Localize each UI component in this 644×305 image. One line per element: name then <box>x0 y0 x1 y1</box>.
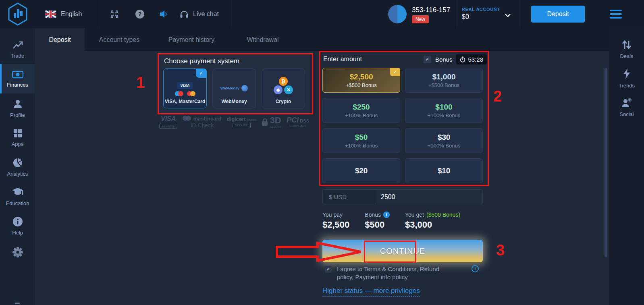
payment-method-visa-mastercard[interactable]: ✓ VISA VISA, MasterCard <box>163 68 207 108</box>
lightning-icon <box>622 68 631 79</box>
ethereum-icon: ◆ <box>274 85 283 94</box>
visa-logo: VISA <box>177 82 193 89</box>
trade-icon <box>12 40 23 50</box>
amount-option-1000[interactable]: $1,000 +$500 Bonus <box>405 68 483 93</box>
help-button[interactable]: ? <box>135 0 144 28</box>
deposit-page: Choose payment system ✓ VISA VISA, Maste… <box>35 51 609 305</box>
amount-option-50[interactable]: $50 +100% Bonus <box>322 128 400 153</box>
amount-input[interactable] <box>375 190 482 204</box>
stopwatch-icon <box>460 56 465 62</box>
sidebar-item-analytics[interactable]: Analytics <box>0 152 35 182</box>
new-badge: New <box>412 15 429 23</box>
avatar[interactable] <box>388 5 407 23</box>
education-icon <box>12 187 24 197</box>
tab-deposit[interactable]: Deposit <box>35 28 85 51</box>
sidebar-item-trends[interactable]: Trends <box>619 68 635 89</box>
headset-icon <box>179 9 189 19</box>
live-chat-label: Live chat <box>193 10 219 18</box>
amount-input-row: $ USD <box>322 189 483 204</box>
profile-icon <box>12 99 23 109</box>
mastercard-idcheck-badge: mastercard ID Check <box>183 116 221 129</box>
language-selector[interactable]: English <box>45 0 82 28</box>
analytics-icon <box>12 158 23 168</box>
3d-secure-badge: 3DSECURE <box>262 116 281 128</box>
info-icon <box>12 216 23 227</box>
sidebar-item-social[interactable]: Social <box>619 98 634 117</box>
bonus-info-icon[interactable]: i <box>383 212 390 218</box>
payment-method-label: VISA, MasterCard <box>165 99 206 104</box>
payment-method-webmoney[interactable]: WebMoney WebMoney <box>212 68 256 108</box>
left-sidebar: Trade Finances Profile Apps Analytics Ed… <box>0 28 35 305</box>
webmoney-logo: WebMoney <box>220 86 239 90</box>
digicert-badge: digicertTrusted SECURE <box>227 116 256 128</box>
language-label: English <box>61 10 82 18</box>
crypto-coins-icon: ₿ ◆ ✕ <box>272 77 294 95</box>
amount-option-30[interactable]: $30 +100% Bonus <box>405 128 483 153</box>
card-circles-icon <box>175 91 195 96</box>
account-switcher[interactable] <box>505 12 511 19</box>
bonus-checkbox[interactable]: ✓ <box>424 56 431 63</box>
sidebar-item-profile[interactable]: Profile <box>0 93 35 123</box>
add-user-icon <box>621 98 632 108</box>
you-get: You get($500 Bonus) $3,000 <box>405 212 460 230</box>
sidebar-item-apps[interactable]: Apps <box>0 123 35 152</box>
divider <box>230 0 230 28</box>
account-balance: $0 <box>462 13 469 21</box>
menu-button[interactable] <box>610 10 622 19</box>
payment-system-title: Choose payment system <box>164 57 308 65</box>
terms-info-icon[interactable]: i <box>472 265 479 272</box>
sidebar-item-finances[interactable]: Finances <box>0 64 35 93</box>
sound-toggle[interactable] <box>159 0 169 28</box>
lock-icon <box>262 118 268 126</box>
settings-button[interactable] <box>0 241 35 264</box>
brand-logo-icon[interactable] <box>6 2 29 26</box>
sidebar-item-help[interactable]: Help <box>0 211 35 241</box>
tab-payment-history[interactable]: Payment history <box>154 28 229 51</box>
tab-withdrawal[interactable]: Withdrawal <box>229 28 297 51</box>
fullscreen-button[interactable] <box>110 0 119 28</box>
chevron-down-icon <box>505 13 511 17</box>
payment-method-crypto[interactable]: ₿ ◆ ✕ Crypto <box>262 68 305 108</box>
terms-checkbox[interactable]: ✓ <box>325 266 332 273</box>
check-icon: ✓ <box>326 267 330 272</box>
live-chat-button[interactable]: Live chat <box>179 0 219 28</box>
finance-tabs: Deposit Account types Payment history Wi… <box>35 28 609 51</box>
visa-secure-badge: VISA SECURE <box>159 116 177 129</box>
deals-icon <box>621 39 632 50</box>
payment-method-label: Crypto <box>276 99 291 104</box>
bonus-label: Bonus <box>435 56 453 63</box>
amount-option-250[interactable]: $250 +100% Bonus <box>322 98 400 123</box>
sidebar-item-education[interactable]: Education <box>0 182 35 211</box>
apps-icon <box>13 129 23 138</box>
currency-label: $ USD <box>323 190 375 204</box>
payment-system-section: Choose payment system ✓ VISA VISA, Maste… <box>158 53 314 114</box>
webmoney-globe-icon <box>241 85 248 91</box>
enter-amount-section: Enter amount ✓ Bonus 53:28 ✓ $2,500 +$50… <box>320 51 489 186</box>
sidebar-item-deals[interactable]: Deals <box>620 39 633 59</box>
scrollbar-thumb[interactable] <box>605 68 607 257</box>
bitcoin-icon: ₿ <box>279 77 288 86</box>
higher-status-link[interactable]: Higher status — more privileges <box>322 287 420 297</box>
check-icon: ✓ <box>425 56 429 62</box>
account-id: 353-116-157 <box>412 6 450 14</box>
right-sidebar: Deals Trends Social <box>609 28 644 305</box>
amount-option-20[interactable]: $20 <box>322 158 400 183</box>
tab-account-types[interactable]: Account types <box>85 28 154 51</box>
divider <box>455 0 456 28</box>
amount-option-2500[interactable]: ✓ $2,500 +$500 Bonus <box>322 68 400 93</box>
amount-options: ✓ $2,500 +$500 Bonus $1,000 +$500 Bonus … <box>322 68 487 183</box>
sidebar-item-trade[interactable]: Trade <box>0 35 35 64</box>
amount-option-10[interactable]: $10 <box>405 158 483 183</box>
check-icon: ✓ <box>196 68 207 78</box>
deposit-button[interactable]: Deposit <box>531 6 585 23</box>
terms-text: I agree to Terms & Conditions, Refund po… <box>337 265 457 282</box>
speaker-icon <box>159 9 169 19</box>
bonus-summary: Bonusi $500 <box>365 212 390 230</box>
security-badges: VISA SECURE mastercard ID Check digicert… <box>159 116 309 129</box>
topbar: English ? Live chat <box>0 0 644 28</box>
timer-value: 53:28 <box>468 56 483 63</box>
amount-option-100[interactable]: $100 +100% Bonus <box>405 98 483 123</box>
deposit-summary: You pay $2,500 Bonusi $500 You get($500 … <box>322 212 460 230</box>
continue-button[interactable]: CONTINUE <box>322 240 483 262</box>
sidebar-partial-item <box>15 303 20 304</box>
